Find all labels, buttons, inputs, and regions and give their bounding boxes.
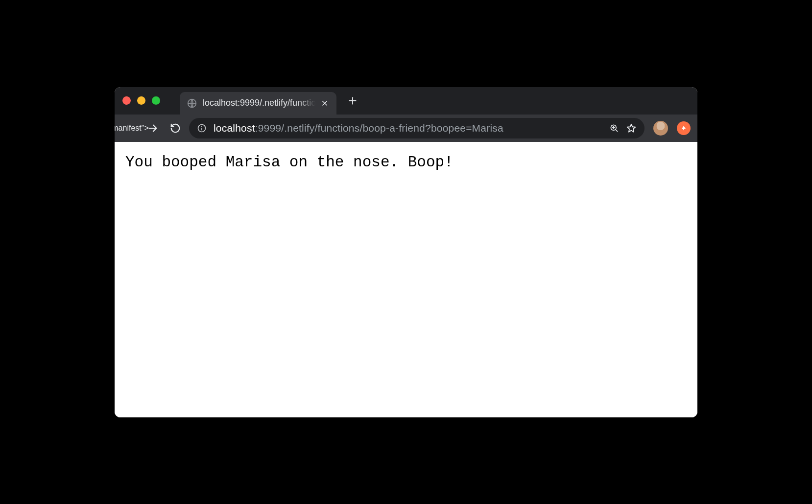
tab-title: localhost:9999/.netlify/function — [203, 98, 315, 108]
browser-tab[interactable]: localhost:9999/.netlify/function — [180, 92, 336, 115]
svg-marker-15 — [682, 126, 686, 129]
new-tab-button[interactable] — [345, 93, 360, 108]
bookmark-star-icon[interactable] — [626, 123, 637, 134]
url-path: :9999/.netlify/functions/boop-a-friend?b… — [255, 122, 503, 134]
zoom-icon[interactable] — [609, 123, 619, 133]
toolbar: manifest"> localhost — [115, 115, 697, 142]
svg-rect-16 — [683, 128, 684, 130]
browser-window: localhost:9999/.netlify/function manifes… — [115, 87, 697, 417]
svg-point-9 — [201, 126, 202, 127]
reload-button[interactable] — [167, 119, 184, 137]
window-close-button[interactable] — [122, 96, 131, 105]
address-bar[interactable]: localhost:9999/.netlify/functions/boop-a… — [189, 118, 645, 138]
close-icon[interactable] — [321, 100, 329, 107]
window-fullscreen-button[interactable] — [152, 96, 160, 105]
window-minimize-button[interactable] — [137, 96, 145, 105]
forward-button[interactable] — [144, 119, 162, 137]
window-controls — [122, 96, 160, 105]
page-viewport: You booped Marisa on the nose. Boop! — [115, 142, 697, 417]
profile-avatar[interactable] — [653, 121, 668, 136]
globe-icon — [187, 98, 197, 109]
svg-line-11 — [616, 129, 618, 131]
tab-strip: localhost:9999/.netlify/function — [115, 87, 697, 115]
svg-marker-14 — [627, 124, 636, 132]
site-info-icon[interactable] — [197, 123, 207, 133]
extension-icon[interactable] — [677, 121, 691, 135]
back-button: manifest"> — [121, 119, 139, 137]
url-host: localhost — [214, 122, 255, 134]
url-text: localhost:9999/.netlify/functions/boop-a… — [214, 122, 602, 134]
page-body-text: You booped Marisa on the nose. Boop! — [125, 154, 687, 171]
